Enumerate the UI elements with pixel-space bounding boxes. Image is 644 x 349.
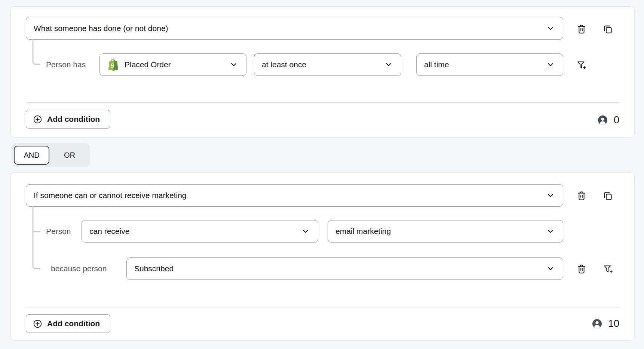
- chevron-down-icon: [546, 227, 555, 235]
- chevron-down-icon: [546, 61, 555, 69]
- or-toggle-button[interactable]: OR: [49, 143, 90, 167]
- chevron-down-icon: [546, 191, 555, 200]
- condition-block-2: If someone can or cannot receive marketi…: [10, 172, 635, 341]
- delete-condition-button[interactable]: [576, 24, 587, 35]
- add-filter-button[interactable]: [576, 59, 587, 71]
- duplicate-icon: [602, 24, 613, 34]
- add-condition-button[interactable]: Add condition: [26, 110, 110, 129]
- trash-icon: [576, 191, 587, 201]
- duplicate-icon: [602, 191, 613, 201]
- chevron-down-icon: [230, 61, 238, 69]
- chevron-down-icon: [546, 24, 555, 33]
- duplicate-condition-button[interactable]: [602, 24, 613, 35]
- channel-select[interactable]: email marketing: [328, 220, 563, 243]
- chevron-down-icon: [546, 265, 555, 273]
- row-label-person-has: Person has: [46, 53, 86, 76]
- condition-type-select[interactable]: If someone can or cannot receive marketi…: [26, 184, 563, 207]
- timeframe-select[interactable]: all time: [416, 53, 563, 76]
- member-count-value: 0: [614, 114, 619, 126]
- svg-text:S: S: [110, 62, 114, 69]
- consent-reason-value: Subscribed: [134, 264, 174, 273]
- duplicate-condition-button[interactable]: [602, 190, 613, 201]
- condition-type-value: If someone can or cannot receive marketi…: [34, 191, 187, 200]
- member-count-badge: 10: [592, 318, 619, 329]
- plus-circle-icon: [33, 319, 42, 328]
- channel-select-value: email marketing: [335, 227, 391, 236]
- chevron-down-icon: [384, 61, 393, 69]
- and-toggle-button[interactable]: AND: [14, 146, 49, 165]
- consent-select[interactable]: can receive: [82, 220, 318, 243]
- member-count-badge: 0: [598, 115, 619, 125]
- condition-block-1: What someone has done (or not done) Pers…: [10, 6, 635, 138]
- member-count-value: 10: [608, 318, 619, 330]
- connector-line: [31, 206, 43, 271]
- row-label-person: Person: [46, 220, 71, 243]
- delete-row-button[interactable]: [576, 263, 587, 275]
- frequency-select[interactable]: at least once: [254, 53, 401, 76]
- condition-type-select[interactable]: What someone has done (or not done): [26, 17, 563, 40]
- add-condition-label: Add condition: [47, 115, 100, 124]
- delete-condition-button[interactable]: [576, 190, 587, 201]
- timeframe-select-value: all time: [424, 60, 449, 69]
- divider: [26, 308, 620, 308]
- consent-select-value: can receive: [89, 227, 129, 236]
- filter-add-icon: [603, 264, 613, 274]
- member-count-icon: [598, 115, 608, 125]
- connector-line: [31, 38, 43, 68]
- add-condition-label: Add condition: [47, 319, 100, 328]
- shopify-bag-icon: S: [107, 58, 119, 71]
- chevron-down-icon: [301, 227, 310, 235]
- divider: [26, 102, 620, 103]
- event-select-value: Placed Order: [125, 60, 171, 69]
- consent-reason-select[interactable]: Subscribed: [126, 257, 563, 280]
- plus-circle-icon: [33, 115, 42, 124]
- add-filter-button[interactable]: [603, 263, 613, 275]
- trash-icon: [576, 264, 587, 274]
- and-or-toggle: AND OR: [12, 143, 90, 167]
- trash-icon: [576, 24, 587, 34]
- row-label-because-person: because person: [51, 257, 107, 280]
- event-select[interactable]: S Placed Order: [99, 53, 246, 76]
- frequency-select-value: at least once: [262, 60, 306, 69]
- condition-type-value: What someone has done (or not done): [34, 24, 168, 33]
- filter-add-icon: [576, 60, 587, 70]
- member-count-icon: [592, 319, 602, 329]
- add-condition-button[interactable]: Add condition: [26, 314, 110, 333]
- segment-builder-page: { "blocks": { "block1": { "definition": …: [0, 0, 644, 349]
